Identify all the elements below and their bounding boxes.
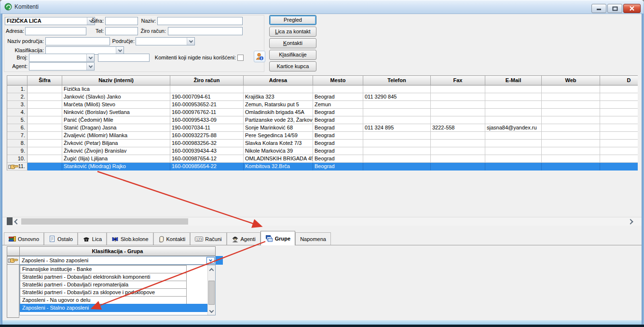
cell-adresa[interactable]: Omladinskih brigada 45A <box>244 109 313 116</box>
table-row[interactable]: 9.Živković (Živojin) Branislav160-000939… <box>7 147 638 155</box>
naziv-input[interactable] <box>157 17 243 25</box>
dropdown-option[interactable]: Strateški partneri - Dobavljači elektron… <box>20 273 187 281</box>
cell-d[interactable] <box>600 93 638 101</box>
cell-adresa[interactable]: Slavka Kolara Kotež 7/3 <box>244 140 313 147</box>
cell-fax[interactable] <box>431 101 485 109</box>
cell-naziv[interactable]: Stanić (Dragan) Jasna <box>62 124 170 132</box>
cell-fax[interactable] <box>431 116 485 124</box>
broj-combo-arrow-button[interactable] <box>86 54 94 61</box>
dropdown-scrollbar[interactable] <box>207 265 215 315</box>
cell-naziv[interactable]: Ninković (Borislav) Svetlana <box>62 109 170 116</box>
cell-sifra[interactable] <box>27 109 62 116</box>
cell-web[interactable] <box>542 132 600 140</box>
dropdown-option[interactable]: Zaposleni - Na ugovor o delu <box>20 296 187 304</box>
kartice-kupca-button[interactable]: Kartice kupca <box>269 61 316 71</box>
minimize-button[interactable] <box>591 4 606 13</box>
cell-telefon[interactable] <box>363 147 431 155</box>
dropdown-scrollbar-thumb[interactable] <box>208 281 215 305</box>
scrollbar-grip[interactable] <box>7 217 13 225</box>
cell-ziro[interactable]: 160-000983256-32 <box>170 140 244 147</box>
table-row[interactable]: 11.Stanković (Miodrag) Rajko160-00098565… <box>7 163 638 171</box>
table-row[interactable]: 7.Živaljević (Milomir) Milanka160-000932… <box>7 132 638 140</box>
table-row[interactable]: 1.Fizička lica <box>7 85 638 93</box>
column-header[interactable]: Naziv (interni) <box>62 76 170 85</box>
cell-mesto[interactable]: Beograd <box>313 163 363 171</box>
cell-naziv[interactable]: Stanković (Miodrag) Rajko <box>62 163 170 171</box>
horizontal-scrollbar-thumb[interactable] <box>21 218 188 225</box>
column-header[interactable]: Fax <box>431 76 485 85</box>
row-number-cell[interactable]: 3. <box>7 101 27 109</box>
row-number-cell[interactable]: 8. <box>7 140 27 147</box>
cell-d[interactable] <box>600 116 638 124</box>
cell-naziv[interactable]: Žugić (Ilija) Ljiljana <box>62 155 170 163</box>
cell-mesto[interactable]: Zemun <box>313 101 363 109</box>
cell-naziv[interactable]: Panić (Čedomir) Mile <box>62 116 170 124</box>
dropdown-option[interactable]: Strateški partneri - Dobavljači repromat… <box>20 281 187 289</box>
cell-fax[interactable] <box>431 140 485 147</box>
row-number-cell[interactable]: 6. <box>7 124 27 132</box>
cell-adresa[interactable]: Krajiška 323 <box>244 93 313 101</box>
cell-adresa[interactable]: Pere Segedinca 14/59 <box>244 132 313 140</box>
row-number-cell[interactable]: 4. <box>7 109 27 116</box>
cell-adresa[interactable]: OMLADINSKIH BRIGADA 45A <box>244 155 313 163</box>
podrucje-combo[interactable] <box>136 37 195 45</box>
row-number-cell[interactable]: 10. <box>7 155 27 163</box>
cell-telefon[interactable] <box>363 109 431 116</box>
tab-agenti[interactable]: Agenti <box>227 232 260 245</box>
cell-web[interactable] <box>542 155 600 163</box>
tab-napomena[interactable]: Napomena <box>295 232 331 245</box>
cell-sifra[interactable] <box>27 140 62 147</box>
type-combo[interactable]: FIZIČKA LICA <box>5 17 95 25</box>
row-number-cell[interactable]: 2. <box>7 93 27 101</box>
group-combo[interactable]: Zaposleni - Stalno zaposleni <box>19 256 216 265</box>
tab-grupe[interactable]: Grupe <box>260 231 295 245</box>
cell-sifra[interactable] <box>27 147 62 155</box>
column-header[interactable]: Web <box>542 76 600 85</box>
cell-naziv[interactable]: Janković (Slavko) Janko <box>62 93 170 101</box>
cell-naziv[interactable]: Živaljević (Milomir) Milanka <box>62 132 170 140</box>
broj-input[interactable] <box>98 54 150 62</box>
cell-telefon[interactable] <box>363 85 431 93</box>
cell-web[interactable] <box>542 85 600 93</box>
maximize-button[interactable] <box>607 4 622 13</box>
cell-email[interactable] <box>485 147 542 155</box>
table-row[interactable]: 6.Stanić (Dragan) Jasna190-0007034-11Son… <box>7 124 638 132</box>
klasifikacije-button[interactable]: Klasifikacije <box>269 50 316 60</box>
scroll-up-icon[interactable] <box>209 268 214 273</box>
cell-sifra[interactable] <box>27 124 62 132</box>
cell-mesto[interactable]: Beograd <box>313 147 363 155</box>
scroll-down-icon[interactable] <box>209 308 214 313</box>
tab-slob-kolone[interactable]: Slob.kolone <box>107 232 153 245</box>
cell-web[interactable] <box>542 109 600 116</box>
cell-mesto[interactable]: Beograd <box>313 132 363 140</box>
cell-d[interactable] <box>600 155 638 163</box>
cell-d[interactable] <box>600 163 638 171</box>
cell-mesto[interactable]: Beograd <box>313 93 363 101</box>
cell-naziv[interactable]: Marčeta (Miloš) Stevo <box>62 101 170 109</box>
cell-email[interactable] <box>485 93 542 101</box>
cell-web[interactable] <box>542 163 600 171</box>
table-row[interactable]: 3.Marčeta (Miloš) Stevo160-000953652-21Z… <box>7 101 638 109</box>
tab-lica[interactable]: Lica <box>78 232 107 245</box>
cell-mesto[interactable]: Beograd <box>313 155 363 163</box>
row-number-cell[interactable]: 9. <box>7 147 27 155</box>
ziro-racun-input[interactable] <box>168 27 243 35</box>
cell-mesto[interactable]: Beograd <box>313 116 363 124</box>
table-row[interactable]: 4.Ninković (Borislav) Svetlana160-000976… <box>7 109 638 116</box>
cell-telefon[interactable]: 011 324 895 <box>363 124 431 132</box>
cell-sifra[interactable] <box>27 155 62 163</box>
tel-input[interactable] <box>105 27 138 35</box>
cell-mesto[interactable]: Beograd <box>313 124 363 132</box>
cell-d[interactable] <box>600 101 638 109</box>
cell-telefon[interactable] <box>363 101 431 109</box>
table-row[interactable]: 8.Živković (Petar) Biljana160-000983256-… <box>7 140 638 147</box>
row-number-cell[interactable]: 7. <box>7 132 27 140</box>
cell-telefon[interactable] <box>363 116 431 124</box>
cell-adresa[interactable]: Zemun, Ratarsku put 5 <box>244 101 313 109</box>
cell-naziv[interactable]: Fizička lica <box>62 85 170 93</box>
cell-d[interactable] <box>600 147 638 155</box>
cell-fax[interactable] <box>431 147 485 155</box>
cell-d[interactable] <box>600 132 638 140</box>
table-row[interactable]: 10.Žugić (Ilija) Ljiljana160-000987654-1… <box>7 155 638 163</box>
cell-web[interactable] <box>542 93 600 101</box>
